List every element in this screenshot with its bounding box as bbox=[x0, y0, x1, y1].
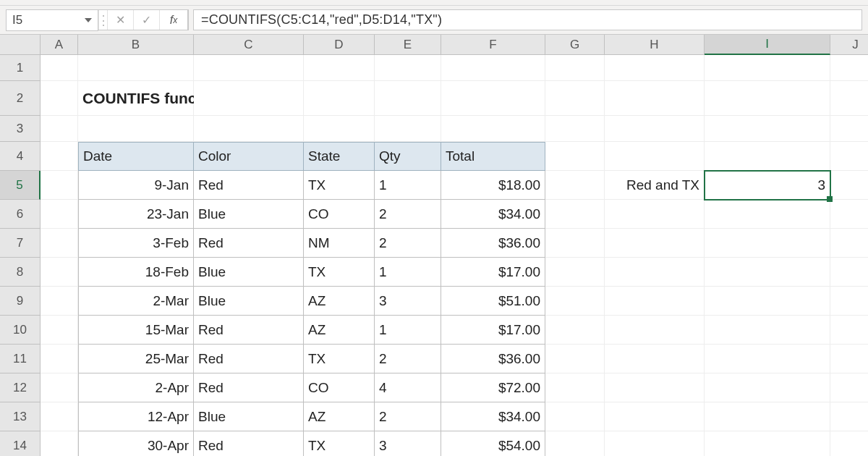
cell-D2[interactable] bbox=[304, 81, 375, 116]
cell-H9[interactable] bbox=[605, 287, 705, 316]
cell-F13[interactable]: $34.00 bbox=[441, 402, 545, 431]
cell-J13[interactable] bbox=[830, 402, 868, 431]
cell-A6[interactable] bbox=[41, 200, 78, 229]
cell-E1[interactable] bbox=[375, 55, 441, 81]
cell-D6[interactable]: CO bbox=[304, 200, 375, 229]
cell-G4[interactable] bbox=[545, 142, 605, 171]
cell-J3[interactable] bbox=[830, 116, 868, 142]
column-header-D[interactable]: D bbox=[304, 35, 375, 55]
cell-E4[interactable]: Qty bbox=[375, 142, 441, 171]
row-header-7[interactable]: 7 bbox=[0, 229, 41, 258]
cell-I8[interactable] bbox=[705, 258, 830, 287]
cell-J6[interactable] bbox=[830, 200, 868, 229]
cancel-formula-button[interactable]: ✕ bbox=[107, 10, 133, 30]
cell-A1[interactable] bbox=[41, 55, 78, 81]
cell-C9[interactable]: Blue bbox=[194, 287, 304, 316]
cell-G8[interactable] bbox=[545, 258, 605, 287]
cell-E6[interactable]: 2 bbox=[375, 200, 441, 229]
cell-D12[interactable]: CO bbox=[304, 373, 375, 402]
row-header-6[interactable]: 6 bbox=[0, 200, 41, 229]
column-header-B[interactable]: B bbox=[78, 35, 194, 55]
cell-G6[interactable] bbox=[545, 200, 605, 229]
cell-D4[interactable]: State bbox=[304, 142, 375, 171]
cell-B8[interactable]: 18-Feb bbox=[78, 258, 194, 287]
row-header-13[interactable]: 13 bbox=[0, 402, 41, 431]
cell-A4[interactable] bbox=[41, 142, 78, 171]
cell-C7[interactable]: Red bbox=[194, 229, 304, 258]
insert-function-button[interactable]: fx bbox=[159, 10, 188, 30]
cell-B13[interactable]: 12-Apr bbox=[78, 402, 194, 431]
cell-J10[interactable] bbox=[830, 316, 868, 345]
cell-H1[interactable] bbox=[605, 55, 705, 81]
cell-G5[interactable] bbox=[545, 171, 605, 200]
cell-H4[interactable] bbox=[605, 142, 705, 171]
cell-C11[interactable]: Red bbox=[194, 345, 304, 373]
cell-A9[interactable] bbox=[41, 287, 78, 316]
cell-J7[interactable] bbox=[830, 229, 868, 258]
row-header-9[interactable]: 9 bbox=[0, 287, 41, 316]
cell-J2[interactable] bbox=[830, 81, 868, 116]
column-header-E[interactable]: E bbox=[375, 35, 441, 55]
cell-E14[interactable]: 3 bbox=[375, 431, 441, 456]
cell-E5[interactable]: 1 bbox=[375, 171, 441, 200]
column-header-G[interactable]: G bbox=[545, 35, 605, 55]
cell-G11[interactable] bbox=[545, 345, 605, 373]
row-header-12[interactable]: 12 bbox=[0, 373, 41, 402]
cell-B1[interactable] bbox=[78, 55, 194, 81]
cell-F4[interactable]: Total bbox=[441, 142, 545, 171]
cell-B4[interactable]: Date bbox=[78, 142, 194, 171]
accept-formula-button[interactable]: ✓ bbox=[133, 10, 159, 30]
cell-E3[interactable] bbox=[375, 116, 441, 142]
cell-D11[interactable]: TX bbox=[304, 345, 375, 373]
cell-C6[interactable]: Blue bbox=[194, 200, 304, 229]
cell-A14[interactable] bbox=[41, 431, 78, 456]
cell-E2[interactable] bbox=[375, 81, 441, 116]
column-header-H[interactable]: H bbox=[605, 35, 705, 55]
cell-H8[interactable] bbox=[605, 258, 705, 287]
cell-C3[interactable] bbox=[194, 116, 304, 142]
cell-E11[interactable]: 2 bbox=[375, 345, 441, 373]
row-header-14[interactable]: 14 bbox=[0, 431, 41, 456]
select-all-corner[interactable] bbox=[0, 35, 41, 55]
row-header-10[interactable]: 10 bbox=[0, 316, 41, 345]
column-header-J[interactable]: J bbox=[830, 35, 868, 55]
cell-H12[interactable] bbox=[605, 373, 705, 402]
cell-A5[interactable] bbox=[41, 171, 78, 200]
cell-C4[interactable]: Color bbox=[194, 142, 304, 171]
cell-I12[interactable] bbox=[705, 373, 830, 402]
cell-J9[interactable] bbox=[830, 287, 868, 316]
cell-D13[interactable]: AZ bbox=[304, 402, 375, 431]
cell-A8[interactable] bbox=[41, 258, 78, 287]
column-header-F[interactable]: F bbox=[441, 35, 545, 55]
cell-B12[interactable]: 2-Apr bbox=[78, 373, 194, 402]
cell-B6[interactable]: 23-Jan bbox=[78, 200, 194, 229]
cell-A3[interactable] bbox=[41, 116, 78, 142]
cell-F1[interactable] bbox=[441, 55, 545, 81]
column-header-A[interactable]: A bbox=[41, 35, 78, 55]
cell-H2[interactable] bbox=[605, 81, 705, 116]
cell-E7[interactable]: 2 bbox=[375, 229, 441, 258]
cell-B10[interactable]: 15-Mar bbox=[78, 316, 194, 345]
cell-G14[interactable] bbox=[545, 431, 605, 456]
cell-D7[interactable]: NM bbox=[304, 229, 375, 258]
column-header-I[interactable]: I bbox=[705, 35, 830, 55]
cell-C5[interactable]: Red bbox=[194, 171, 304, 200]
cell-J11[interactable] bbox=[830, 345, 868, 373]
cell-E12[interactable]: 4 bbox=[375, 373, 441, 402]
cell-E9[interactable]: 3 bbox=[375, 287, 441, 316]
cell-G12[interactable] bbox=[545, 373, 605, 402]
cell-H13[interactable] bbox=[605, 402, 705, 431]
cell-I9[interactable] bbox=[705, 287, 830, 316]
cell-I5[interactable]: 3 bbox=[705, 171, 830, 200]
cell-I11[interactable] bbox=[705, 345, 830, 373]
cell-H14[interactable] bbox=[605, 431, 705, 456]
cell-C12[interactable]: Red bbox=[194, 373, 304, 402]
cell-A2[interactable] bbox=[41, 81, 78, 116]
chevron-down-icon[interactable] bbox=[85, 18, 92, 22]
cell-C10[interactable]: Red bbox=[194, 316, 304, 345]
cell-D8[interactable]: TX bbox=[304, 258, 375, 287]
cell-F3[interactable] bbox=[441, 116, 545, 142]
cell-D10[interactable]: AZ bbox=[304, 316, 375, 345]
cell-G9[interactable] bbox=[545, 287, 605, 316]
cell-H11[interactable] bbox=[605, 345, 705, 373]
